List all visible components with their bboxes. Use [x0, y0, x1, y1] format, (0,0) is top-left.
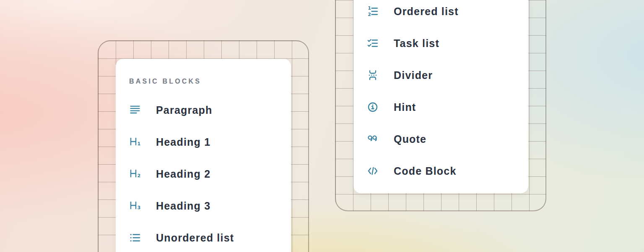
code-block-icon	[367, 165, 379, 177]
svg-text:2: 2	[138, 173, 141, 178]
menu-item-hint[interactable]: Hint	[367, 99, 528, 116]
basic-blocks-menu: BASIC BLOCKS Paragraph 1 Heading 1 2 Hea…	[116, 59, 291, 252]
quote-icon	[367, 133, 379, 145]
menu-item-label: Heading 3	[156, 200, 210, 212]
svg-text:3: 3	[138, 205, 141, 210]
menu-item-ordered-list[interactable]: 1 2 Ordered list	[367, 3, 528, 20]
divider-icon	[367, 69, 379, 81]
menu-item-label: Paragraph	[156, 104, 212, 116]
menu-item-code-block[interactable]: Code Block	[367, 163, 528, 179]
svg-text:2: 2	[368, 12, 371, 17]
heading-1-icon: 1	[129, 136, 141, 148]
menu-item-heading-3[interactable]: 3 Heading 3	[129, 197, 291, 214]
menu-item-label: Task list	[394, 37, 439, 50]
heading-2-icon: 2	[129, 168, 141, 180]
menu-item-label: Heading 2	[156, 168, 210, 180]
menu-item-label: Quote	[394, 133, 426, 145]
svg-text:1: 1	[368, 5, 371, 11]
menu-item-label: Unordered list	[156, 232, 234, 244]
paragraph-icon	[129, 104, 141, 116]
menu-item-divider[interactable]: Divider	[367, 67, 528, 84]
menu-item-unordered-list[interactable]: Unordered list	[129, 229, 291, 246]
menu-item-label: Divider	[394, 69, 433, 81]
ordered-list-icon: 1 2	[367, 5, 379, 17]
svg-text:1: 1	[138, 141, 141, 147]
hint-icon	[367, 101, 379, 113]
heading-3-icon: 3	[129, 200, 141, 212]
menu-item-heading-2[interactable]: 2 Heading 2	[129, 165, 291, 182]
task-list-icon	[367, 37, 379, 49]
menu-item-label: Ordered list	[394, 5, 459, 18]
menu-item-label: Heading 1	[156, 136, 210, 148]
section-label: BASIC BLOCKS	[129, 77, 291, 86]
unordered-list-icon	[129, 232, 141, 244]
menu-item-paragraph[interactable]: Paragraph	[129, 102, 291, 118]
menu-item-task-list[interactable]: Task list	[367, 35, 528, 52]
menu-item-label: Code Block	[394, 165, 457, 177]
blocks-menu-right: 1 2 Ordered list Task list Divider	[353, 0, 528, 193]
menu-item-label: Hint	[394, 101, 416, 113]
menu-item-heading-1[interactable]: 1 Heading 1	[129, 134, 291, 150]
menu-item-quote[interactable]: Quote	[367, 131, 528, 147]
